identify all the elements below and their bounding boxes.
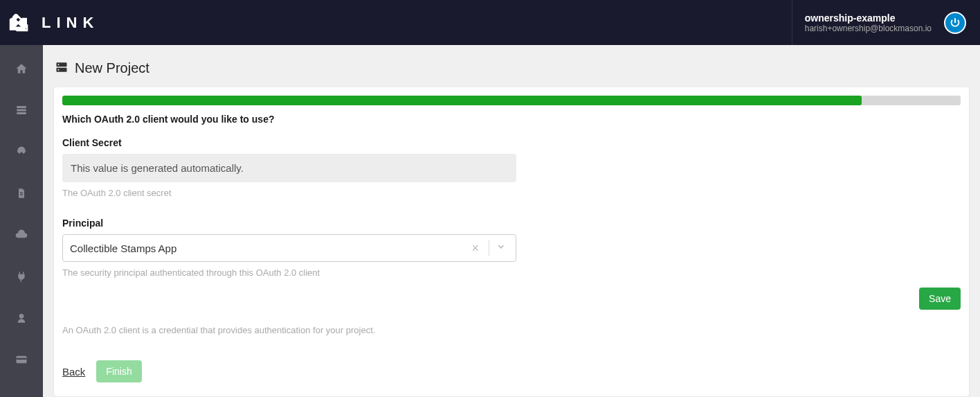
- logo-area: LINK: [8, 14, 99, 32]
- client-secret-help: The OAuth 2.0 client secret: [62, 188, 961, 198]
- svg-rect-5: [20, 194, 23, 195]
- select-divider: [489, 240, 489, 256]
- server-icon: [55, 61, 68, 76]
- svg-rect-4: [20, 193, 23, 193]
- page-title: New Project: [75, 60, 149, 76]
- sidebar-item-plug[interactable]: [15, 270, 28, 283]
- sidebar-item-cloud[interactable]: [15, 228, 28, 242]
- user-info: ownership-example harish+ownership@block…: [805, 12, 932, 33]
- chevron-down-icon[interactable]: [493, 242, 509, 254]
- main-content: New Project Which OAuth 2.0 client would…: [43, 45, 980, 397]
- page-header: New Project: [43, 45, 980, 87]
- clear-icon[interactable]: ×: [466, 242, 484, 254]
- user-name: ownership-example: [805, 12, 932, 24]
- save-row: Save: [62, 288, 961, 310]
- sidebar-item-document[interactable]: [15, 186, 28, 200]
- principal-select[interactable]: Collectible Stamps App ×: [62, 234, 516, 262]
- client-secret-field: Client Secret This value is generated au…: [62, 137, 961, 198]
- svg-rect-2: [17, 109, 26, 112]
- sidebar-item-rocket[interactable]: [15, 145, 28, 159]
- brand-logo-icon: [8, 14, 33, 32]
- user-email: harish+ownership@blockmason.io: [805, 24, 932, 33]
- form-footer-help: An OAuth 2.0 client is a credential that…: [62, 325, 961, 335]
- sidebar-item-user[interactable]: [15, 311, 28, 325]
- svg-rect-1: [17, 106, 26, 108]
- form-question: Which OAuth 2.0 client would you like to…: [62, 114, 961, 125]
- header-user-area: ownership-example harish+ownership@block…: [792, 0, 966, 45]
- svg-rect-3: [17, 112, 26, 114]
- principal-help: The security principal authenticated thr…: [62, 267, 961, 278]
- principal-value: Collectible Stamps App: [70, 242, 466, 254]
- brand-name: LINK: [42, 14, 99, 32]
- progress-bar-fill: [62, 96, 862, 105]
- svg-point-11: [58, 64, 60, 65]
- principal-label: Principal: [62, 218, 961, 229]
- principal-field: Principal Collectible Stamps App × The s…: [62, 218, 961, 278]
- sidebar-item-card[interactable]: [15, 353, 28, 367]
- sidebar-item-home[interactable]: [15, 62, 28, 76]
- app-header: LINK ownership-example harish+ownership@…: [0, 0, 980, 45]
- save-button[interactable]: Save: [919, 288, 961, 310]
- progress-bar-track: [62, 96, 961, 105]
- sidebar: [0, 45, 43, 397]
- svg-point-12: [58, 69, 60, 70]
- sidebar-item-layers[interactable]: [15, 103, 28, 117]
- back-link[interactable]: Back: [62, 366, 85, 378]
- progress-bar-wrap: [54, 87, 969, 105]
- svg-rect-8: [17, 358, 27, 360]
- client-secret-label: Client Secret: [62, 137, 961, 148]
- svg-point-6: [19, 314, 24, 319]
- client-secret-input[interactable]: This value is generated automatically.: [62, 154, 516, 182]
- nav-row: Back Finish: [62, 360, 961, 382]
- power-icon[interactable]: [944, 12, 966, 34]
- form-card: Which OAuth 2.0 client would you like to…: [54, 87, 969, 396]
- finish-button[interactable]: Finish: [96, 360, 141, 382]
